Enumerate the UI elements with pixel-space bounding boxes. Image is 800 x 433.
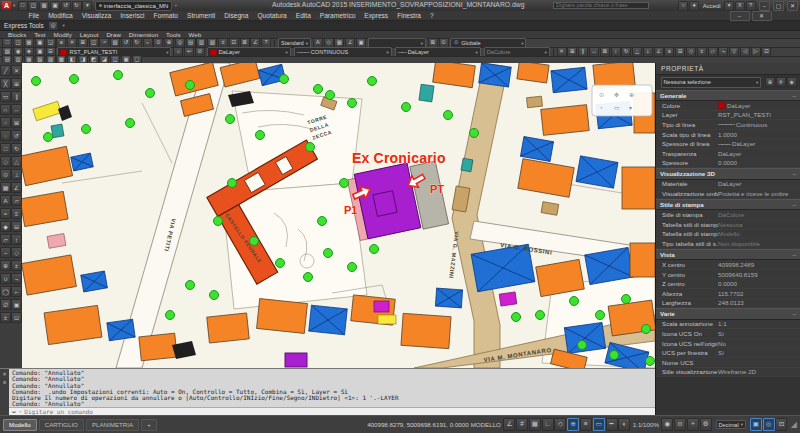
tree-symbol[interactable]: [166, 311, 175, 320]
ortho-mode-icon[interactable]: ∟: [542, 418, 554, 431]
tree-symbol[interactable]: [470, 129, 479, 138]
stretch-icon[interactable]: ⊥: [11, 169, 22, 180]
group-icon[interactable]: ⊡: [11, 312, 22, 323]
open-icon[interactable]: ◳: [28, 1, 38, 11]
workspace-dropdown-icon[interactable]: ▾: [82, 1, 92, 11]
save-icon[interactable]: ▦: [39, 1, 49, 11]
ribbon-caret-icon[interactable]: ▾: [62, 23, 64, 28]
tree-symbol[interactable]: [226, 115, 235, 124]
clean-screen-icon[interactable]: ⊡: [775, 418, 787, 431]
mirror-icon[interactable]: ∥: [11, 91, 22, 102]
tree-symbol[interactable]: [186, 81, 195, 90]
zoom-tool-icon[interactable]: ⊕: [629, 92, 634, 98]
offset-icon[interactable]: ↔: [11, 104, 22, 115]
arc-icon[interactable]: ∩: [0, 104, 11, 115]
move-icon[interactable]: ↻: [11, 143, 22, 154]
help-icon[interactable]: ?: [746, 1, 756, 11]
select-objects-icon[interactable]: ✛: [776, 77, 786, 87]
search-input[interactable]: [553, 2, 649, 9]
qnew-icon[interactable]: □: [18, 1, 28, 11]
insert-block-icon[interactable]: ⊕: [0, 260, 11, 271]
app-menu-caret-icon[interactable]: ▾: [13, 3, 15, 8]
tree-symbol[interactable]: [306, 143, 315, 152]
navbar-caret-icon[interactable]: ▾: [629, 105, 632, 111]
menu-finestra[interactable]: Finestra: [393, 12, 426, 19]
new-tab-icon[interactable]: +: [174, 3, 177, 8]
properties-title[interactable]: PROPRIETÀ: [656, 63, 800, 75]
express-menu-blocks[interactable]: Blocks: [4, 31, 30, 38]
tree-symbol[interactable]: [70, 75, 79, 84]
ellipse-icon[interactable]: ∪: [0, 273, 11, 284]
infer-constraints-icon[interactable]: ∠: [503, 418, 515, 431]
signin-person-icon[interactable]: ●: [689, 1, 699, 11]
section-varie[interactable]: Varie–: [656, 308, 800, 320]
search-exchange-icon[interactable]: ○: [678, 1, 688, 11]
selection-dropdown[interactable]: Nessuna selezione▾: [661, 77, 762, 88]
donut-icon[interactable]: ⊙: [0, 169, 11, 180]
trim-icon[interactable]: ∠: [11, 182, 22, 193]
express-menu-modify[interactable]: Modify: [50, 31, 76, 38]
p1-label[interactable]: P1: [344, 204, 357, 216]
tree-symbol[interactable]: [82, 125, 91, 134]
signin-label[interactable]: Accedi: [703, 3, 721, 9]
section-generale[interactable]: Generale–: [656, 90, 800, 102]
tree-symbol[interactable]: [596, 311, 605, 320]
hardware-acceleration-icon[interactable]: ▣: [750, 418, 762, 431]
dynamic-input-icon[interactable]: ▭: [593, 418, 605, 431]
menu-file[interactable]: File: [24, 12, 44, 19]
autoscale-annotation-icon[interactable]: ⊙: [674, 418, 686, 431]
minimize-button[interactable]: –: [759, 1, 770, 11]
menu-disegna[interactable]: Disegna: [220, 12, 253, 19]
polar-tracking-icon[interactable]: ◇: [554, 418, 566, 431]
navigation-bar[interactable]: ⊙ ✥ ⊕ ◔ ▭ ▾: [592, 85, 652, 116]
tree-symbol[interactable]: [370, 245, 379, 254]
autocad-logo-icon[interactable]: A: [2, 1, 11, 10]
isolate-objects-icon[interactable]: ◎: [763, 418, 775, 431]
annotation-scale-icon[interactable]: +: [687, 418, 699, 431]
tree-symbol[interactable]: [146, 89, 155, 98]
signin-caret-icon[interactable]: ▾: [724, 1, 734, 11]
circle-icon[interactable]: ○: [0, 117, 11, 128]
quick-select-icon[interactable]: ◈: [787, 77, 797, 87]
ex-cronicario-label[interactable]: Ex Cronicario: [352, 150, 446, 166]
restore-button[interactable]: ▢: [773, 1, 784, 11]
tree-symbol[interactable]: [444, 111, 453, 120]
section-visualizzazione-3d[interactable]: Visualizzazione 3D–: [656, 168, 800, 180]
object-snap-tracking-icon[interactable]: ≡: [580, 418, 592, 431]
express-menu-tools[interactable]: Tools: [162, 31, 184, 38]
object-snap-icon[interactable]: ⊕: [567, 418, 579, 431]
explode-icon[interactable]: ▱: [11, 195, 22, 206]
express-menu-dimension[interactable]: Dimension: [125, 31, 162, 38]
tree-symbol[interactable]: [304, 273, 313, 282]
plot-icon[interactable]: ▣: [50, 1, 60, 11]
copy-icon[interactable]: ⊞: [11, 78, 22, 89]
xline-icon[interactable]: ╳: [0, 78, 11, 89]
express-menu-web[interactable]: Web: [185, 31, 206, 38]
drawing-canvas[interactable]: CASTELLO FEUDALE VIA PETITI VIA G. MAZZI…: [22, 63, 655, 369]
command-history[interactable]: Comando: "Annullato" Comando: "Annullato…: [9, 369, 655, 407]
lengthen-icon[interactable]: ↕: [11, 234, 22, 245]
transparency-icon[interactable]: ◐: [618, 418, 630, 431]
tab-express-tools[interactable]: Express Tools: [4, 22, 44, 29]
tree-symbol[interactable]: [318, 217, 327, 226]
tree-symbol[interactable]: [276, 259, 285, 268]
lineweight-display-icon[interactable]: ━: [606, 418, 618, 431]
scale-icon[interactable]: △: [11, 156, 22, 167]
rotate-icon[interactable]: ↺: [11, 130, 22, 141]
join-icon[interactable]: ¬: [11, 273, 22, 284]
menu-edita[interactable]: Edita: [291, 12, 315, 19]
blend-icon[interactable]: ▣: [11, 299, 22, 310]
pt-label[interactable]: PT: [430, 183, 444, 195]
orbit-tool-icon[interactable]: ◔: [599, 105, 603, 111]
tree-symbol[interactable]: [314, 85, 323, 94]
snap-mode-icon[interactable]: #: [516, 418, 528, 431]
tree-symbol[interactable]: [340, 179, 349, 188]
table-icon[interactable]: ±: [0, 312, 11, 323]
resize-grip-icon[interactable]: ◢: [791, 420, 797, 429]
mdi-close-button[interactable]: ✕: [752, 11, 772, 21]
new-layout-button[interactable]: +: [141, 419, 157, 431]
region-icon[interactable]: ▱: [0, 234, 11, 245]
recent-commands-caret-icon[interactable]: ▾: [19, 409, 22, 414]
space-label[interactable]: MODELLO: [471, 421, 501, 428]
exchange-apps-icon[interactable]: X: [735, 1, 745, 11]
